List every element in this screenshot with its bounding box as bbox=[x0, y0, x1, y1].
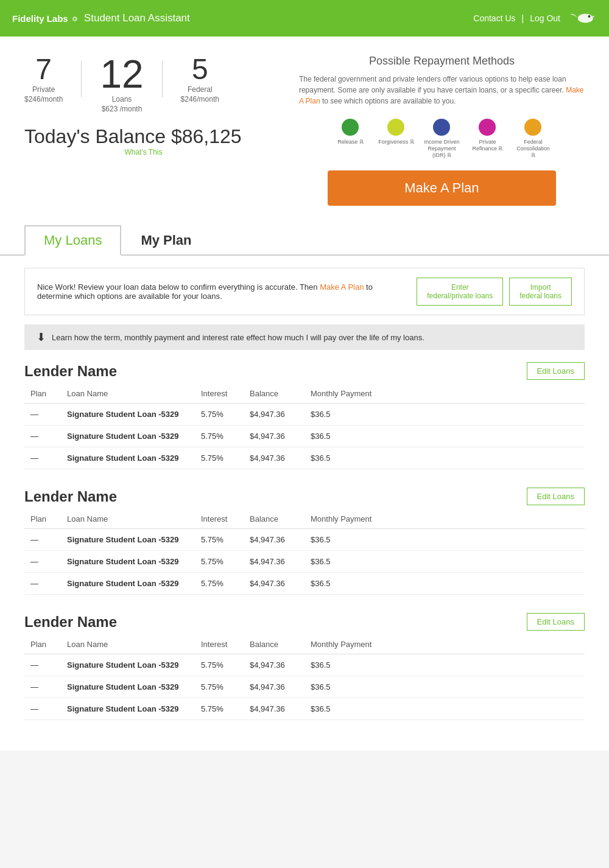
lender-header: Lender NameEdit Loans bbox=[24, 488, 585, 505]
loan-payment-cell: $36.5 bbox=[304, 425, 390, 447]
loan-balance-cell: $4,947.36 bbox=[244, 425, 304, 447]
repayment-desc-suffix: to see which options are available to yo… bbox=[322, 97, 456, 105]
stat-divider-2 bbox=[162, 61, 163, 97]
loan-balance-cell: $4,947.36 bbox=[244, 654, 304, 676]
loan-name-cell: Signature Student Loan -5329 bbox=[61, 698, 195, 720]
loans-amount: $623 /month bbox=[100, 105, 143, 113]
table-column-header: Loan Name bbox=[61, 637, 195, 654]
repayment-method-label: Income Driven Repayment (IDR) ℝ bbox=[423, 139, 460, 158]
learn-bar[interactable]: ⬇ Learn how the term, monthly payment an… bbox=[24, 324, 585, 350]
svg-point-1 bbox=[588, 15, 591, 18]
table-column-header: Balance bbox=[244, 386, 304, 404]
federal-count: 5 bbox=[181, 55, 219, 84]
repayment-icons: Release ℝForgiveness ℝIncome Driven Repa… bbox=[299, 119, 585, 158]
loan-balance-cell: $4,947.36 bbox=[244, 573, 304, 595]
loan-interest-cell: 5.75% bbox=[195, 404, 244, 425]
repayment-method-label: Release ℝ bbox=[332, 139, 368, 145]
loan-balance-cell: $4,947.36 bbox=[244, 529, 304, 551]
loan-interest-cell: 5.75% bbox=[195, 425, 244, 447]
loan-interest-cell: 5.75% bbox=[195, 447, 244, 469]
notice-make-plan-link[interactable]: Make A Plan bbox=[320, 282, 364, 292]
tabs-section: My Loans My Plan bbox=[0, 224, 609, 256]
loans-content: Nice Work! Review your loan data below t… bbox=[0, 256, 609, 751]
loan-plan-cell: — bbox=[24, 447, 61, 469]
notice-text: Nice Work! Review your loan data below t… bbox=[37, 282, 403, 301]
repayment-method-label: Federal Consolidation ℝ bbox=[515, 139, 551, 158]
tab-my-plan[interactable]: My Plan bbox=[121, 225, 211, 256]
logo-text: Fidelity Labs ⚙ bbox=[12, 13, 79, 24]
repayment-method-dot bbox=[479, 119, 496, 136]
lender-name: Lender Name bbox=[24, 614, 117, 631]
loans-stat: 12 Loans $623 /month bbox=[100, 55, 143, 113]
loan-payment-cell: $36.5 bbox=[304, 573, 390, 595]
summary-section: 7 Private $246/month 12 Loans $623 /mont… bbox=[0, 37, 609, 218]
loan-payment-cell: $36.5 bbox=[304, 551, 390, 573]
edit-loans-button[interactable]: Edit Loans bbox=[527, 613, 585, 631]
bird-icon bbox=[566, 6, 597, 30]
repayment-method-item: Forgiveness ℝ bbox=[378, 119, 414, 158]
fidelity-labs-text: Fidelity Labs bbox=[12, 13, 68, 24]
repayment-method-item: Private Refinance ℝ bbox=[469, 119, 505, 158]
table-column-header: Plan bbox=[24, 511, 61, 529]
repayment-description: The federal government and private lende… bbox=[299, 74, 585, 107]
loan-stats: 7 Private $246/month 12 Loans $623 /mont… bbox=[24, 55, 262, 113]
loan-plan-cell: — bbox=[24, 573, 61, 595]
loan-name-cell: Signature Student Loan -5329 bbox=[61, 529, 195, 551]
repayment-method-label: Forgiveness ℝ bbox=[378, 139, 414, 145]
repayment-desc-text: The federal government and private lende… bbox=[299, 75, 566, 94]
import-loans-button[interactable]: Importfederal loans bbox=[509, 278, 572, 306]
private-amount: $246/month bbox=[24, 95, 63, 103]
table-row: —Signature Student Loan -53295.75%$4,947… bbox=[24, 654, 585, 676]
edit-loans-button[interactable]: Edit Loans bbox=[527, 488, 585, 505]
loan-name-cell: Signature Student Loan -5329 bbox=[61, 404, 195, 425]
tab-my-loans[interactable]: My Loans bbox=[24, 225, 121, 256]
loan-payment-cell: $36.5 bbox=[304, 698, 390, 720]
loan-balance-cell: $4,947.36 bbox=[244, 698, 304, 720]
logo-icon: ⚙ bbox=[72, 15, 78, 23]
loans-label: Loans bbox=[100, 95, 143, 103]
loan-name-cell: Signature Student Loan -5329 bbox=[61, 447, 195, 469]
loan-plan-cell: — bbox=[24, 425, 61, 447]
balance-title: Today's Balance $86,125 bbox=[24, 125, 262, 148]
table-column-header: Plan bbox=[24, 386, 61, 404]
loan-balance-cell: $4,947.36 bbox=[244, 676, 304, 698]
table-column-header: Monthly Payment bbox=[304, 637, 390, 654]
table-row: —Signature Student Loan -53295.75%$4,947… bbox=[24, 676, 585, 698]
federal-stat: 5 Federal $246/month bbox=[181, 55, 219, 103]
loan-plan-cell: — bbox=[24, 654, 61, 676]
balance-section: Today's Balance $86,125 What's This bbox=[24, 125, 262, 156]
edit-loans-button[interactable]: Edit Loans bbox=[527, 362, 585, 380]
repayment-method-dot bbox=[387, 119, 404, 136]
loan-plan-cell: — bbox=[24, 551, 61, 573]
notice-buttons: Enterfederal/private loans Importfederal… bbox=[417, 278, 572, 306]
enter-loans-button[interactable]: Enterfederal/private loans bbox=[417, 278, 503, 306]
loan-plan-cell: — bbox=[24, 676, 61, 698]
federal-amount: $246/month bbox=[181, 95, 219, 103]
table-row: —Signature Student Loan -53295.75%$4,947… bbox=[24, 551, 585, 573]
down-arrow-icon: ⬇ bbox=[37, 331, 46, 344]
table-row: —Signature Student Loan -53295.75%$4,947… bbox=[24, 698, 585, 720]
contact-us-link[interactable]: Contact Us bbox=[473, 13, 515, 23]
repayment-method-item: Federal Consolidation ℝ bbox=[515, 119, 551, 158]
lender-header: Lender NameEdit Loans bbox=[24, 362, 585, 380]
table-column-header: Monthly Payment bbox=[304, 386, 390, 404]
repayment-title: Possible Repayment Methods bbox=[299, 55, 585, 68]
loan-name-cell: Signature Student Loan -5329 bbox=[61, 573, 195, 595]
whats-this-link[interactable]: What's This bbox=[24, 148, 262, 156]
lender-name: Lender Name bbox=[24, 363, 117, 380]
logout-link[interactable]: Log Out bbox=[530, 13, 560, 23]
stat-divider-1 bbox=[81, 61, 82, 97]
loan-interest-cell: 5.75% bbox=[195, 676, 244, 698]
private-count: 7 bbox=[24, 55, 63, 84]
table-column-header: Interest bbox=[195, 511, 244, 529]
summary-left: 7 Private $246/month 12 Loans $623 /mont… bbox=[24, 55, 262, 206]
table-column-header: Loan Name bbox=[61, 386, 195, 404]
table-column-header: Balance bbox=[244, 511, 304, 529]
lender-section: Lender NameEdit LoansPlanLoan NameIntere… bbox=[24, 613, 585, 720]
loan-interest-cell: 5.75% bbox=[195, 551, 244, 573]
table-column-header: Monthly Payment bbox=[304, 511, 390, 529]
table-row: —Signature Student Loan -53295.75%$4,947… bbox=[24, 404, 585, 425]
make-plan-button[interactable]: Make A Plan bbox=[328, 170, 556, 206]
app-header: Fidelity Labs ⚙ Student Loan Assistant C… bbox=[0, 0, 609, 37]
nav-divider: | bbox=[522, 13, 524, 23]
